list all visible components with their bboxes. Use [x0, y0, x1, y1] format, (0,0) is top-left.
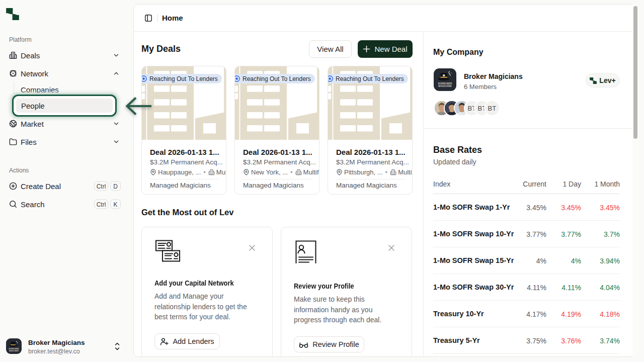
svg-text:MAGICIANS: MAGICIANS: [9, 350, 19, 352]
svg-text:BORROWER: BORROWER: [438, 82, 452, 85]
svg-text:MAGICIANS: MAGICIANS: [438, 85, 451, 87]
